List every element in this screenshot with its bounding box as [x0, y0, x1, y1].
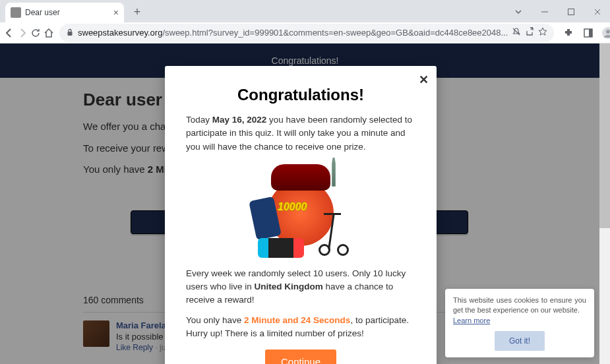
continue-button[interactable]: Continue [265, 349, 336, 364]
side-panel-icon[interactable] [579, 24, 597, 42]
scroll-thumb[interactable] [599, 44, 610, 228]
modal-title: Congratulations! [186, 86, 415, 104]
modal-paragraph-2: Every week we randomly select 10 users. … [186, 267, 415, 307]
home-button[interactable] [44, 24, 54, 42]
extensions-icon[interactable] [559, 24, 578, 42]
notifications-muted-icon[interactable] [512, 27, 521, 39]
tab-title: Dear user [25, 8, 109, 17]
svg-rect-1 [68, 32, 73, 36]
learn-more-link[interactable]: Learn more [453, 317, 490, 324]
close-modal-button[interactable]: ✕ [419, 73, 429, 87]
modal-paragraph-3: You only have 2 Minute and 24 Seconds, t… [186, 314, 415, 341]
reload-button[interactable] [30, 24, 41, 42]
prize-image: 10000 [251, 160, 350, 259]
browser-tab[interactable]: Dear user × [5, 3, 124, 22]
share-icon[interactable] [525, 27, 534, 39]
lock-icon [66, 27, 74, 39]
browser-toolbar: sweepstakesurvey.org/sweep.html?survey_i… [0, 22, 610, 44]
scrollbar[interactable] [599, 44, 610, 364]
favicon-icon [11, 7, 21, 18]
maximize-button[interactable] [559, 3, 584, 21]
close-tab-icon[interactable]: × [113, 7, 119, 18]
congratulations-modal: ✕ Congratulations! Today May 16, 2022 yo… [165, 66, 437, 364]
svg-rect-0 [568, 9, 574, 15]
cookie-banner: This website uses cookies to ensure you … [445, 289, 594, 357]
bookmark-star-icon[interactable] [538, 27, 547, 39]
got-it-button[interactable]: Got it! [495, 331, 545, 351]
browser-titlebar: Dear user × + [0, 0, 610, 22]
cookie-text: This website uses cookies to ensure you … [453, 295, 586, 326]
url-text: sweepstakesurvey.org/sweep.html?survey_i… [78, 28, 508, 38]
address-bar[interactable]: sweepstakesurvey.org/sweep.html?survey_i… [59, 24, 554, 42]
forward-button[interactable] [17, 24, 28, 42]
back-button[interactable] [4, 24, 15, 42]
minimize-button[interactable] [532, 3, 557, 21]
modal-paragraph-1: Today May 16, 2022 you have been randoml… [186, 113, 415, 154]
new-tab-button[interactable]: + [128, 3, 146, 21]
chevron-down-icon[interactable] [506, 3, 531, 21]
close-window-button[interactable] [585, 3, 610, 21]
profile-icon[interactable] [599, 24, 610, 42]
svg-rect-3 [589, 29, 592, 37]
